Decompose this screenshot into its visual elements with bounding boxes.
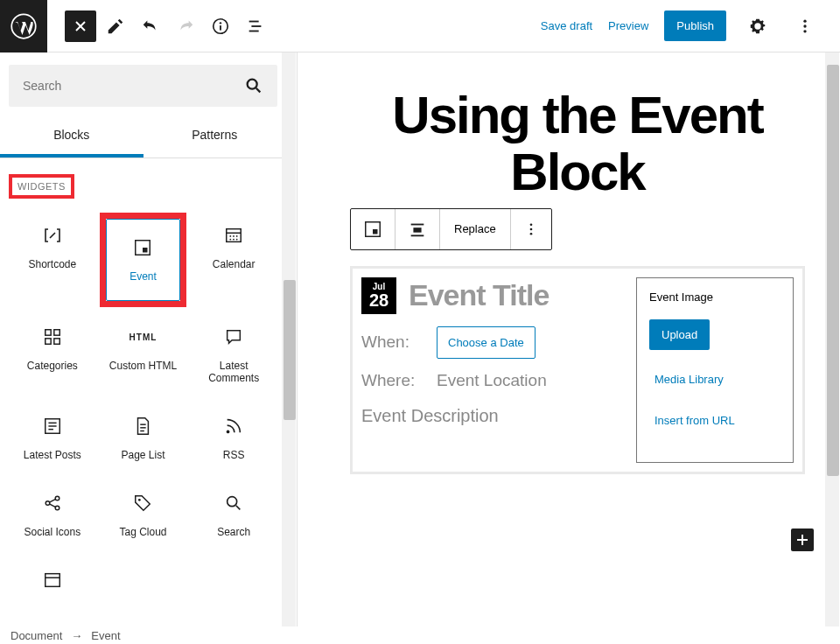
svg-rect-7 (251, 25, 261, 27)
info-button[interactable] (205, 10, 236, 42)
topbar-right-tools: Save draft Preview Publish (541, 10, 840, 42)
settings-button[interactable] (742, 10, 774, 42)
tag-icon (132, 493, 153, 514)
redo-button[interactable] (170, 10, 201, 42)
event-date-badge: Jul 28 (361, 277, 396, 314)
save-draft-button[interactable]: Save draft (541, 19, 592, 32)
preview-button[interactable]: Preview (608, 19, 648, 32)
block-social-icons[interactable]: Social Icons (9, 480, 96, 550)
insert-from-url-link[interactable]: Insert from URL (649, 409, 780, 432)
when-label: When: (361, 332, 423, 352)
svg-rect-8 (249, 30, 259, 32)
block-categories[interactable]: Categories (9, 314, 96, 396)
crumb-document[interactable]: Document (10, 629, 62, 642)
svg-point-18 (230, 235, 232, 237)
redo-icon (176, 17, 195, 36)
shortcode-icon (42, 225, 63, 246)
gear-icon (748, 17, 767, 36)
svg-line-43 (236, 506, 241, 510)
edit-tool-button[interactable] (100, 10, 131, 42)
wordpress-icon (10, 13, 37, 39)
tab-blocks[interactable]: Blocks (0, 116, 144, 158)
block-label: Latest Comments (193, 360, 274, 384)
close-inserter-button[interactable] (65, 10, 96, 42)
toolbar-more[interactable] (511, 209, 551, 249)
media-library-link[interactable]: Media Library (649, 368, 780, 391)
posts-icon (42, 416, 63, 437)
publish-button[interactable]: Publish (664, 10, 726, 41)
block-grid: Shortcode Event Calendar Categories (9, 213, 277, 615)
section-heading-widgets: Widgets (9, 174, 74, 199)
block-search-input[interactable] (9, 65, 277, 107)
event-day: 28 (369, 291, 388, 309)
block-latest-posts[interactable]: Latest Posts (9, 403, 96, 473)
align-icon (408, 220, 427, 239)
main-area: Blocks Patterns Widgets Shortcode Event (0, 52, 840, 626)
pagelist-icon (132, 416, 153, 437)
crumb-arrow: → (71, 629, 82, 642)
block-custom-html[interactable]: HTML Custom HTML (100, 314, 187, 396)
block-calendar[interactable]: Calendar (190, 213, 277, 307)
toolbar-replace[interactable]: Replace (440, 209, 511, 249)
block-label: Event (130, 270, 157, 283)
block-label: RSS (223, 449, 245, 461)
search-field[interactable] (23, 79, 244, 93)
svg-rect-6 (249, 20, 259, 22)
svg-line-40 (49, 504, 55, 508)
svg-point-19 (233, 235, 234, 237)
block-tag-cloud[interactable]: Tag Cloud (100, 480, 187, 550)
tab-patterns[interactable]: Patterns (144, 116, 287, 158)
block-shortcode[interactable]: Shortcode (9, 213, 96, 307)
event-location-input[interactable]: Event Location (437, 371, 547, 390)
outline-button[interactable] (240, 10, 271, 42)
svg-rect-25 (54, 330, 60, 335)
block-extra[interactable] (9, 557, 96, 615)
svg-point-41 (138, 499, 141, 501)
add-block-button[interactable] (791, 528, 814, 551)
inserter-tabs: Blocks Patterns (0, 116, 286, 158)
block-label: Search (217, 526, 250, 538)
block-toolbar: Replace (350, 208, 552, 250)
event-description-input[interactable]: Event Description (361, 406, 619, 426)
wordpress-logo[interactable] (0, 0, 47, 52)
undo-icon (141, 17, 160, 36)
svg-point-23 (236, 239, 238, 241)
event-block[interactable]: Jul 28 Event Title When: Choose a Date W… (350, 266, 805, 474)
block-label: Page List (121, 449, 164, 461)
crumb-event[interactable]: Event (91, 629, 120, 642)
svg-rect-44 (46, 574, 60, 587)
search-icon (244, 76, 263, 95)
calendar-icon (223, 225, 244, 246)
block-search[interactable]: Search (190, 480, 277, 550)
block-label: Shortcode (28, 258, 76, 270)
toolbar-block-type[interactable] (351, 209, 396, 249)
block-inserter-panel: Blocks Patterns Widgets Shortcode Event (0, 52, 298, 626)
plus-icon (794, 532, 810, 548)
choose-date-button[interactable]: Choose a Date (437, 326, 536, 359)
sidebar-scrollbar-thumb[interactable] (284, 280, 296, 420)
block-label: Categories (27, 360, 78, 372)
block-rss[interactable]: RSS (190, 403, 277, 473)
svg-rect-49 (413, 228, 421, 233)
pencil-icon (106, 17, 125, 36)
post-title[interactable]: Using the Event Block (350, 88, 805, 201)
svg-line-39 (49, 499, 55, 502)
editor-canvas[interactable]: Using the Event Block Replace Jul 28 (298, 52, 840, 626)
editor-scrollbar-thumb[interactable] (827, 65, 839, 476)
svg-point-42 (228, 497, 237, 507)
event-title-input[interactable]: Event Title (409, 278, 549, 312)
toolbar-align[interactable] (396, 209, 440, 249)
svg-point-20 (236, 235, 238, 237)
more-options-button[interactable] (789, 10, 821, 42)
info-icon (211, 17, 230, 36)
upload-button[interactable]: Upload (649, 319, 710, 350)
svg-rect-5 (220, 25, 221, 31)
block-label: Calendar (213, 258, 256, 270)
svg-point-10 (803, 24, 806, 27)
svg-rect-47 (373, 229, 378, 234)
block-latest-comments[interactable]: Latest Comments (190, 314, 277, 396)
undo-button[interactable] (135, 10, 166, 42)
block-page-list[interactable]: Page List (100, 403, 187, 473)
block-event[interactable]: Event (106, 219, 181, 301)
event-icon (132, 237, 153, 258)
